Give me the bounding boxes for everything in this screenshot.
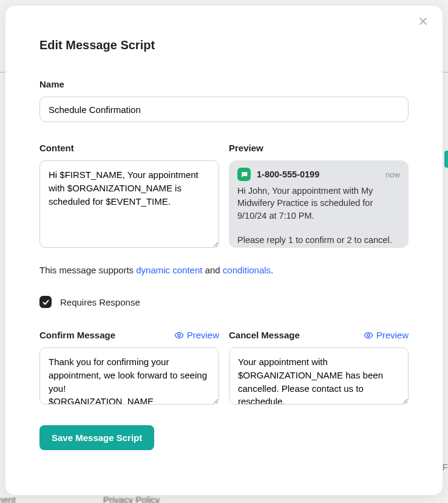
- name-label: Name: [39, 79, 409, 89]
- confirm-preview-link[interactable]: Preview: [174, 330, 219, 340]
- chat-bubble-icon: [237, 168, 251, 181]
- preview-label: Preview: [229, 143, 409, 153]
- preview-body-text: Hi John, Your appointment with My Midwif…: [237, 185, 400, 246]
- svg-point-2: [243, 173, 243, 174]
- content-label: Content: [39, 143, 219, 153]
- content-textarea[interactable]: Hi $FIRST_NAME, Your appointment with $O…: [39, 160, 219, 248]
- confirm-preview-label: Preview: [187, 330, 219, 340]
- eye-icon: [364, 330, 373, 340]
- checkmark-icon: [42, 298, 50, 306]
- support-prefix: This message supports: [39, 265, 136, 275]
- cancel-message-textarea[interactable]: Your appointment with $ORGANIZATION_NAME…: [229, 347, 409, 405]
- confirm-message-label: Confirm Message: [39, 330, 115, 340]
- cancel-preview-label: Preview: [376, 330, 409, 340]
- name-input[interactable]: [39, 97, 409, 122]
- svg-point-3: [243, 173, 244, 174]
- svg-point-6: [367, 334, 370, 337]
- edit-message-script-dialog: Edit Message Script Name Content Hi $FIR…: [5, 5, 443, 496]
- preview-timestamp: now: [385, 170, 400, 179]
- conditionals-link[interactable]: conditionals: [223, 265, 271, 275]
- support-suffix: .: [271, 265, 273, 275]
- confirm-message-textarea[interactable]: Thank you for confirming your appointmen…: [39, 347, 219, 405]
- requires-response-label: Requires Response: [60, 297, 140, 307]
- eye-icon: [174, 330, 184, 340]
- svg-point-4: [245, 173, 245, 174]
- dialog-title: Edit Message Script: [39, 38, 409, 52]
- close-icon: [418, 16, 428, 26]
- background-text: Privacy Policy: [103, 494, 160, 503]
- background-text: F: [443, 462, 448, 472]
- close-button[interactable]: [418, 16, 430, 29]
- save-button[interactable]: Save Message Script: [39, 425, 154, 450]
- background-accent: [444, 151, 448, 168]
- cancel-preview-link[interactable]: Preview: [364, 330, 409, 340]
- requires-response-checkbox[interactable]: [39, 296, 52, 308]
- svg-point-5: [178, 334, 180, 337]
- page-backdrop: S pointment Privacy Policy F Edit Messag…: [0, 0, 448, 503]
- background-text: pointment: [0, 494, 16, 503]
- preview-phone-number: 1-800-555-0199: [257, 169, 319, 179]
- dynamic-content-link[interactable]: dynamic content: [136, 265, 202, 275]
- message-support-hint: This message supports dynamic content an…: [39, 265, 409, 275]
- support-and: and: [202, 265, 222, 275]
- preview-panel: 1-800-555-0199 now Hi John, Your appoint…: [229, 160, 409, 248]
- cancel-message-label: Cancel Message: [229, 330, 300, 340]
